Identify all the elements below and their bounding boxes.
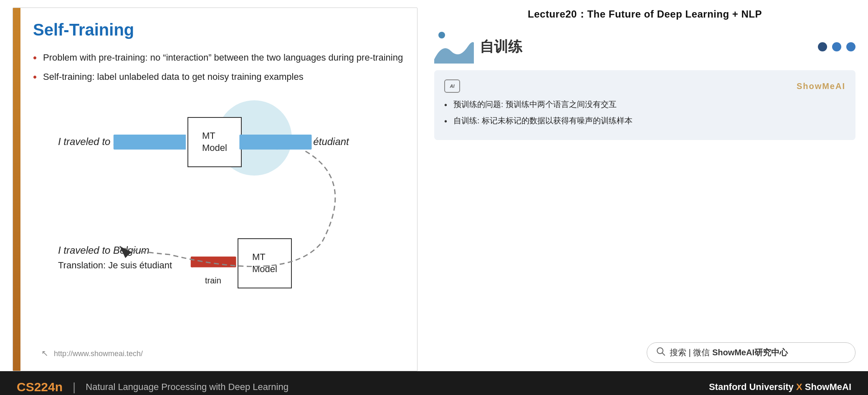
mt-model-box-bottom: MTModel — [238, 238, 292, 288]
svg-point-11 — [438, 32, 445, 38]
nav-dots-right — [818, 42, 855, 51]
diagram-area: I traveled to Belgium Je suis étudiant M… — [33, 96, 405, 330]
search-icon — [656, 347, 666, 358]
course-name-label: Natural Language Processing with Deep Le… — [86, 382, 288, 392]
card-bullet-1: 预训练的问题: 预训练中两个语言之间没有交互 — [444, 99, 845, 111]
course-code-label: CS224n — [17, 380, 63, 394]
translation-card: AI ShowMeAI 预训练的问题: 预训练中两个语言之间没有交互 自训练: … — [434, 70, 855, 140]
content-area: Self-Training Problem with pre-training:… — [0, 0, 868, 371]
mt-model-bottom-label: MTModel — [252, 251, 277, 275]
x-mark: X — [796, 382, 805, 392]
nav-row: 自训练 — [434, 30, 855, 64]
nav-dot-2 — [832, 42, 841, 51]
svg-marker-4 — [151, 135, 186, 150]
card-bullets: 预训练的问题: 预训练中两个语言之间没有交互 自训练: 标记未标记的数据以获得有… — [444, 99, 845, 127]
label-left-bottom: I traveled to Belgium — [58, 245, 149, 256]
ai-icon: AI — [444, 79, 460, 93]
search-text: 搜索 | 微信 ShowMeAI研究中心 — [670, 347, 788, 358]
bottom-bar: CS224n | Natural Language Processing wit… — [0, 371, 868, 395]
slide-title: Self-Training — [33, 20, 405, 39]
bullet-item-1: Problem with pre-training: no “interacti… — [33, 51, 405, 64]
card-header: AI ShowMeAI — [444, 79, 845, 93]
svg-rect-9 — [191, 257, 236, 268]
mt-model-top-label: MTModel — [202, 130, 227, 154]
bottom-right: Stanford University X ShowMeAI — [709, 382, 851, 392]
svg-line-13 — [662, 353, 665, 355]
card-bullet-2: 自训练: 标记未标记的数据以获得有噪声的训练样本 — [444, 115, 845, 127]
spacer — [434, 150, 855, 342]
nav-dot-1 — [818, 42, 827, 51]
svg-marker-8 — [231, 257, 235, 268]
url-label: ↖ http://www.showmeai.tech/ — [41, 348, 143, 358]
showmeai-label: ShowMeAI — [797, 82, 845, 91]
university-label: Stanford University — [709, 382, 794, 392]
slide-content: Self-Training Problem with pre-training:… — [25, 8, 417, 371]
url-text: http://www.showmeai.tech/ — [54, 349, 143, 358]
brand-label: ShowMeAI — [805, 382, 851, 392]
slide-left-bar — [13, 8, 20, 371]
main-container: Self-Training Problem with pre-training:… — [0, 0, 868, 395]
ai-icon-text: AI — [450, 84, 455, 89]
slide-panel: Self-Training Problem with pre-training:… — [13, 8, 418, 371]
label-translation: Translation: Je suis étudiant — [58, 260, 172, 271]
section-title-zh: 自训练 — [480, 37, 818, 56]
bullet-item-2: Self-training: label unlabeled data to g… — [33, 70, 405, 84]
search-bar[interactable]: 搜索 | 微信 ShowMeAI研究中心 — [647, 342, 855, 363]
nav-dot-3 — [846, 42, 855, 51]
label-left-top: I traveled to Belgium — [58, 136, 149, 148]
right-panel: Lecture20：The Future of Deep Learning + … — [418, 0, 868, 371]
lecture-title: Lecture20：The Future of Deep Learning + … — [434, 8, 855, 21]
svg-marker-10 — [192, 257, 235, 268]
footer-divider: | — [73, 380, 76, 394]
nav-wave-icon — [434, 30, 474, 64]
label-right-top: Je suis étudiant — [279, 136, 349, 148]
cursor-icon: ↖ — [41, 349, 48, 358]
bottom-left: CS224n | Natural Language Processing wit… — [17, 380, 288, 394]
mt-model-box-top: MTModel — [187, 117, 242, 167]
label-train: train — [205, 276, 221, 285]
bullet-list: Problem with pre-training: no “interacti… — [33, 51, 405, 84]
